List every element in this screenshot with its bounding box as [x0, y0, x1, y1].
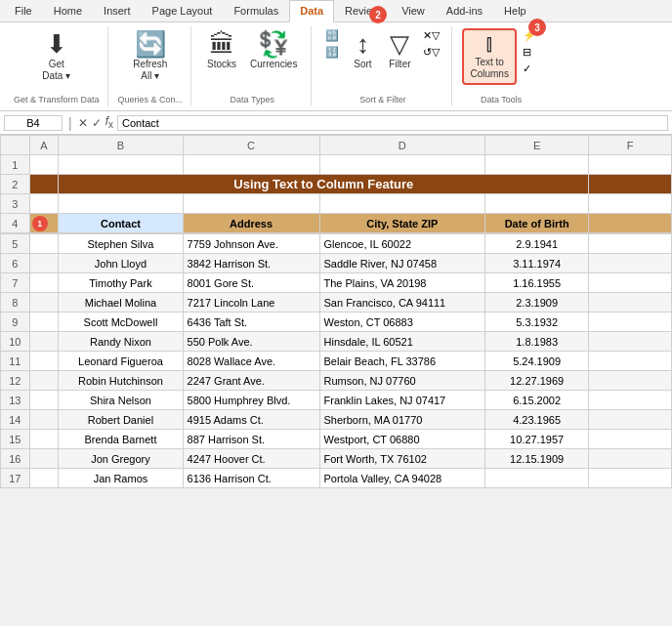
cell-a8[interactable]	[29, 293, 59, 313]
cell-f14[interactable]	[589, 410, 672, 430]
sort-za-button[interactable]: 🔢	[321, 45, 343, 60]
header-city[interactable]: City, State ZIP	[319, 214, 485, 233]
cell-a16[interactable]	[29, 449, 59, 469]
cell-f8[interactable]	[589, 293, 672, 313]
remove-duplicates-button[interactable]: ⊟	[519, 45, 540, 60]
get-data-button[interactable]: ⬇ GetData ▾	[36, 28, 76, 85]
address-cell-17[interactable]: 6136 Harrison Ct.	[183, 469, 319, 488]
cell-a13[interactable]	[29, 391, 59, 410]
city-cell-11[interactable]: Belair Beach, FL 33786	[319, 352, 485, 371]
clear-filter-button[interactable]: ✕▽	[419, 28, 443, 43]
cell-a6[interactable]	[29, 254, 59, 273]
cell-a11[interactable]	[29, 352, 59, 371]
cell-a9[interactable]	[29, 313, 59, 332]
cell-c1[interactable]	[183, 155, 319, 175]
tab-view[interactable]: View	[391, 0, 436, 21]
function-icon[interactable]: fx	[105, 114, 113, 130]
address-cell-6[interactable]: 3842 Harrison St.	[183, 254, 319, 273]
address-cell-12[interactable]: 2247 Grant Ave.	[183, 371, 319, 391]
cell-d3[interactable]	[319, 194, 485, 214]
city-cell-15[interactable]: Westport, CT 06880	[319, 430, 485, 449]
contact-cell-11[interactable]: Leonard Figueroa	[59, 352, 183, 371]
address-cell-9[interactable]: 6436 Taft St.	[183, 313, 319, 332]
contact-cell-16[interactable]: Jon Gregory	[59, 449, 183, 469]
city-cell-13[interactable]: Franklin Lakes, NJ 07417	[319, 391, 485, 410]
sort-button[interactable]: ↕ Sort	[345, 28, 380, 73]
cell-a7[interactable]	[29, 273, 59, 293]
currencies-button[interactable]: 💱 Currencies	[244, 28, 303, 73]
contact-cell-7[interactable]: Timothy Park	[59, 273, 183, 293]
dob-cell-10[interactable]: 1.8.1983	[485, 332, 589, 352]
city-cell-8[interactable]: San Francisco, CA 94111	[319, 293, 485, 313]
city-cell-9[interactable]: Weston, CT 06883	[319, 313, 485, 332]
dob-cell-11[interactable]: 5.24.1909	[485, 352, 589, 371]
city-cell-12[interactable]: Rumson, NJ 07760	[319, 371, 485, 391]
address-cell-11[interactable]: 8028 Wallace Ave.	[183, 352, 319, 371]
cell-f3[interactable]	[589, 194, 672, 214]
address-cell-7[interactable]: 8001 Gore St.	[183, 273, 319, 293]
cell-a17[interactable]	[29, 469, 59, 488]
address-cell-5[interactable]: 7759 Johnson Ave.	[183, 234, 319, 254]
data-validation-button[interactable]: ✓	[519, 62, 540, 76]
tab-page-layout[interactable]: Page Layout	[142, 0, 224, 21]
dob-cell-8[interactable]: 2.3.1909	[485, 293, 589, 313]
city-cell-6[interactable]: Saddle River, NJ 07458	[319, 254, 485, 273]
tab-data[interactable]: Data	[289, 0, 334, 22]
tab-help[interactable]: Help	[493, 0, 537, 21]
tab-insert[interactable]: Insert	[93, 0, 142, 21]
city-cell-17[interactable]: Portola Valley, CA 94028	[319, 469, 485, 488]
tab-addins[interactable]: Add-ins	[436, 0, 493, 21]
city-cell-5[interactable]: Glencoe, IL 60022	[319, 234, 485, 254]
filter-button[interactable]: ▽ Filter	[382, 28, 417, 73]
cell-f5[interactable]	[589, 234, 672, 254]
cell-reference-input[interactable]	[4, 115, 63, 131]
contact-cell-13[interactable]: Shira Nelson	[59, 391, 183, 410]
contact-cell-14[interactable]: Robert Daniel	[59, 410, 183, 430]
cell-a10[interactable]	[29, 332, 59, 352]
header-contact[interactable]: Contact	[59, 214, 183, 233]
dob-cell-15[interactable]: 10.27.1957	[485, 430, 589, 449]
contact-cell-15[interactable]: Brenda Barnett	[59, 430, 183, 449]
confirm-icon[interactable]: ✓	[92, 116, 102, 130]
cell-f17[interactable]	[589, 469, 672, 488]
city-cell-14[interactable]: Sherborn, MA 01770	[319, 410, 485, 430]
col-header-e[interactable]: E	[485, 136, 589, 155]
dob-cell-12[interactable]: 12.27.1969	[485, 371, 589, 391]
col-header-d[interactable]: D	[319, 136, 485, 155]
cell-f16[interactable]	[589, 449, 672, 469]
address-cell-13[interactable]: 5800 Humphrey Blvd.	[183, 391, 319, 410]
cell-a3[interactable]	[29, 194, 59, 214]
cell-f15[interactable]	[589, 430, 672, 449]
dob-cell-17[interactable]	[485, 469, 589, 488]
dob-cell-16[interactable]: 12.15.1909	[485, 449, 589, 469]
contact-cell-8[interactable]: Michael Molina	[59, 293, 183, 313]
contact-cell-5[interactable]: Stephen Silva	[59, 234, 183, 254]
cell-a5[interactable]	[29, 234, 59, 254]
cell-a2[interactable]	[29, 175, 59, 194]
cell-d1[interactable]	[319, 155, 485, 175]
cell-e1[interactable]	[485, 155, 589, 175]
cell-f9[interactable]	[589, 313, 672, 332]
cell-f10[interactable]	[589, 332, 672, 352]
contact-cell-10[interactable]: Randy Nixon	[59, 332, 183, 352]
cell-a12[interactable]	[29, 371, 59, 391]
cell-e3[interactable]	[485, 194, 589, 214]
dob-cell-7[interactable]: 1.16.1955	[485, 273, 589, 293]
city-cell-7[interactable]: The Plains, VA 20198	[319, 273, 485, 293]
tab-formulas[interactable]: Formulas	[223, 0, 289, 21]
cell-f11[interactable]	[589, 352, 672, 371]
cell-a15[interactable]	[29, 430, 59, 449]
sort-az-button[interactable]: 🔡	[321, 28, 343, 43]
cell-a1[interactable]	[29, 155, 59, 175]
address-cell-14[interactable]: 4915 Adams Ct.	[183, 410, 319, 430]
col-header-c[interactable]: C	[183, 136, 319, 155]
cell-a14[interactable]	[29, 410, 59, 430]
contact-cell-12[interactable]: Robin Hutchinson	[59, 371, 183, 391]
contact-cell-17[interactable]: Jan Ramos	[59, 469, 183, 488]
address-cell-15[interactable]: 887 Harrison St.	[183, 430, 319, 449]
col-header-b[interactable]: B	[59, 136, 183, 155]
contact-cell-6[interactable]: John Lloyd	[59, 254, 183, 273]
cell-b3[interactable]	[59, 194, 183, 214]
address-cell-10[interactable]: 550 Polk Ave.	[183, 332, 319, 352]
tab-file[interactable]: File	[4, 0, 43, 21]
